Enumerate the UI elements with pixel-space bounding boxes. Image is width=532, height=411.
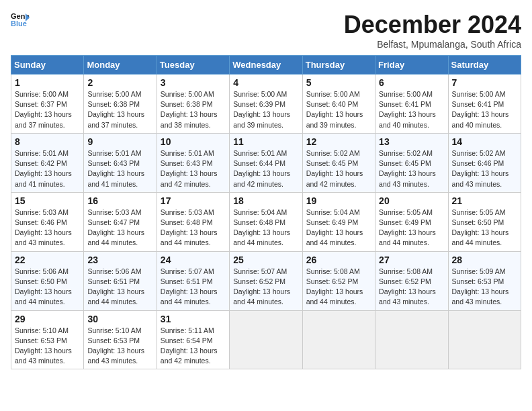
day-number: 20 <box>379 195 444 206</box>
day-info: Sunrise: 5:04 AM Sunset: 6:49 PM Dayligh… <box>306 208 371 248</box>
day-info: Sunrise: 5:10 AM Sunset: 6:53 PM Dayligh… <box>87 326 152 367</box>
day-number: 2 <box>87 77 152 88</box>
day-info: Sunrise: 5:09 AM Sunset: 6:53 PM Dayligh… <box>452 267 517 308</box>
day-info: Sunrise: 5:01 AM Sunset: 6:44 PM Dayligh… <box>233 148 298 189</box>
day-number: 25 <box>233 255 298 265</box>
location-subtitle: Belfast, Mpumalanga, South Africa <box>344 39 521 50</box>
day-cell: 21 Sunrise: 5:05 AM Sunset: 6:50 PM Dayl… <box>448 192 521 251</box>
month-title: December 2024 <box>344 11 521 39</box>
day-info: Sunrise: 5:02 AM Sunset: 6:46 PM Dayligh… <box>452 148 517 189</box>
calendar-row: 15 Sunrise: 5:03 AM Sunset: 6:46 PM Dayl… <box>11 192 521 251</box>
day-cell: 29 Sunrise: 5:10 AM Sunset: 6:53 PM Dayl… <box>11 310 84 369</box>
day-number: 13 <box>379 136 444 147</box>
day-cell: 6 Sunrise: 5:00 AM Sunset: 6:41 PM Dayli… <box>375 75 448 134</box>
day-cell: 27 Sunrise: 5:08 AM Sunset: 6:52 PM Dayl… <box>375 251 448 310</box>
day-cell: 9 Sunrise: 5:01 AM Sunset: 6:43 PM Dayli… <box>84 133 157 192</box>
day-info: Sunrise: 5:02 AM Sunset: 6:45 PM Dayligh… <box>379 148 444 189</box>
day-cell: 16 Sunrise: 5:03 AM Sunset: 6:47 PM Dayl… <box>84 192 157 251</box>
day-info: Sunrise: 5:07 AM Sunset: 6:52 PM Dayligh… <box>233 267 298 308</box>
header-friday: Friday <box>375 56 448 75</box>
day-number: 1 <box>15 77 80 88</box>
day-info: Sunrise: 5:03 AM Sunset: 6:48 PM Dayligh… <box>161 208 226 248</box>
day-info: Sunrise: 5:05 AM Sunset: 6:49 PM Dayligh… <box>379 208 444 248</box>
calendar-row: 22 Sunrise: 5:06 AM Sunset: 6:50 PM Dayl… <box>11 251 521 310</box>
day-number: 31 <box>161 314 226 324</box>
day-info: Sunrise: 5:00 AM Sunset: 6:40 PM Dayligh… <box>306 89 371 130</box>
day-cell: 11 Sunrise: 5:01 AM Sunset: 6:44 PM Dayl… <box>230 133 302 192</box>
day-cell: 4 Sunrise: 5:00 AM Sunset: 6:39 PM Dayli… <box>230 75 302 134</box>
day-info: Sunrise: 5:00 AM Sunset: 6:37 PM Dayligh… <box>15 89 80 130</box>
logo: General Blue <box>11 11 30 27</box>
day-info: Sunrise: 5:01 AM Sunset: 6:43 PM Dayligh… <box>87 148 152 189</box>
day-cell: 30 Sunrise: 5:10 AM Sunset: 6:53 PM Dayl… <box>84 310 157 369</box>
day-number: 28 <box>452 255 517 265</box>
svg-text:Blue: Blue <box>11 19 27 27</box>
day-cell: 8 Sunrise: 5:01 AM Sunset: 6:42 PM Dayli… <box>11 133 84 192</box>
day-info: Sunrise: 5:08 AM Sunset: 6:52 PM Dayligh… <box>379 267 444 308</box>
day-info: Sunrise: 5:03 AM Sunset: 6:46 PM Dayligh… <box>15 208 80 248</box>
logo-icon: General Blue <box>11 11 30 27</box>
day-cell: 23 Sunrise: 5:06 AM Sunset: 6:51 PM Dayl… <box>84 251 157 310</box>
day-cell: 26 Sunrise: 5:08 AM Sunset: 6:52 PM Dayl… <box>302 251 375 310</box>
day-cell: 2 Sunrise: 5:00 AM Sunset: 6:38 PM Dayli… <box>84 75 157 134</box>
day-cell: 24 Sunrise: 5:07 AM Sunset: 6:51 PM Dayl… <box>157 251 229 310</box>
day-info: Sunrise: 5:00 AM Sunset: 6:39 PM Dayligh… <box>233 89 298 130</box>
day-cell: 19 Sunrise: 5:04 AM Sunset: 6:49 PM Dayl… <box>302 192 375 251</box>
weekday-header-row: Sunday Monday Tuesday Wednesday Thursday… <box>11 56 521 75</box>
day-cell: 10 Sunrise: 5:01 AM Sunset: 6:43 PM Dayl… <box>157 133 229 192</box>
day-number: 15 <box>15 195 80 206</box>
day-info: Sunrise: 5:04 AM Sunset: 6:48 PM Dayligh… <box>233 208 298 248</box>
day-cell: 7 Sunrise: 5:00 AM Sunset: 6:41 PM Dayli… <box>448 75 521 134</box>
day-number: 4 <box>233 77 298 88</box>
day-cell: 15 Sunrise: 5:03 AM Sunset: 6:46 PM Dayl… <box>11 192 84 251</box>
day-cell: 12 Sunrise: 5:02 AM Sunset: 6:45 PM Dayl… <box>302 133 375 192</box>
day-number: 17 <box>161 195 226 206</box>
day-number: 5 <box>306 77 371 88</box>
calendar-row: 1 Sunrise: 5:00 AM Sunset: 6:37 PM Dayli… <box>11 75 521 134</box>
header-thursday: Thursday <box>302 56 375 75</box>
day-info: Sunrise: 5:11 AM Sunset: 6:54 PM Dayligh… <box>161 326 226 367</box>
day-info: Sunrise: 5:10 AM Sunset: 6:53 PM Dayligh… <box>15 326 80 367</box>
empty-cell <box>375 310 448 369</box>
day-number: 9 <box>87 136 152 147</box>
calendar-row: 8 Sunrise: 5:01 AM Sunset: 6:42 PM Dayli… <box>11 133 521 192</box>
day-info: Sunrise: 5:06 AM Sunset: 6:51 PM Dayligh… <box>87 267 152 308</box>
empty-cell <box>302 310 375 369</box>
day-info: Sunrise: 5:00 AM Sunset: 6:38 PM Dayligh… <box>87 89 152 130</box>
day-info: Sunrise: 5:01 AM Sunset: 6:42 PM Dayligh… <box>15 148 80 189</box>
day-info: Sunrise: 5:00 AM Sunset: 6:38 PM Dayligh… <box>161 89 226 130</box>
day-cell: 22 Sunrise: 5:06 AM Sunset: 6:50 PM Dayl… <box>11 251 84 310</box>
day-info: Sunrise: 5:00 AM Sunset: 6:41 PM Dayligh… <box>452 89 517 130</box>
day-number: 11 <box>233 136 298 147</box>
day-number: 12 <box>306 136 371 147</box>
day-number: 7 <box>452 77 517 88</box>
calendar-row: 29 Sunrise: 5:10 AM Sunset: 6:53 PM Dayl… <box>11 310 521 369</box>
empty-cell <box>230 310 302 369</box>
header-saturday: Saturday <box>448 56 521 75</box>
day-info: Sunrise: 5:06 AM Sunset: 6:50 PM Dayligh… <box>15 267 80 308</box>
day-number: 27 <box>379 255 444 265</box>
day-number: 29 <box>15 314 80 324</box>
day-number: 6 <box>379 77 444 88</box>
day-number: 3 <box>161 77 226 88</box>
day-number: 16 <box>87 195 152 206</box>
day-number: 10 <box>161 136 226 147</box>
day-number: 19 <box>306 195 371 206</box>
day-cell: 5 Sunrise: 5:00 AM Sunset: 6:40 PM Dayli… <box>302 75 375 134</box>
header-sunday: Sunday <box>11 56 84 75</box>
day-cell: 18 Sunrise: 5:04 AM Sunset: 6:48 PM Dayl… <box>230 192 302 251</box>
day-cell: 31 Sunrise: 5:11 AM Sunset: 6:54 PM Dayl… <box>157 310 229 369</box>
day-cell: 28 Sunrise: 5:09 AM Sunset: 6:53 PM Dayl… <box>448 251 521 310</box>
day-number: 18 <box>233 195 298 206</box>
day-info: Sunrise: 5:08 AM Sunset: 6:52 PM Dayligh… <box>306 267 371 308</box>
day-number: 21 <box>452 195 517 206</box>
day-cell: 17 Sunrise: 5:03 AM Sunset: 6:48 PM Dayl… <box>157 192 229 251</box>
day-info: Sunrise: 5:03 AM Sunset: 6:47 PM Dayligh… <box>87 208 152 248</box>
day-number: 30 <box>87 314 152 324</box>
empty-cell <box>448 310 521 369</box>
day-info: Sunrise: 5:05 AM Sunset: 6:50 PM Dayligh… <box>452 208 517 248</box>
day-cell: 20 Sunrise: 5:05 AM Sunset: 6:49 PM Dayl… <box>375 192 448 251</box>
day-number: 26 <box>306 255 371 265</box>
day-cell: 1 Sunrise: 5:00 AM Sunset: 6:37 PM Dayli… <box>11 75 84 134</box>
day-number: 24 <box>161 255 226 265</box>
